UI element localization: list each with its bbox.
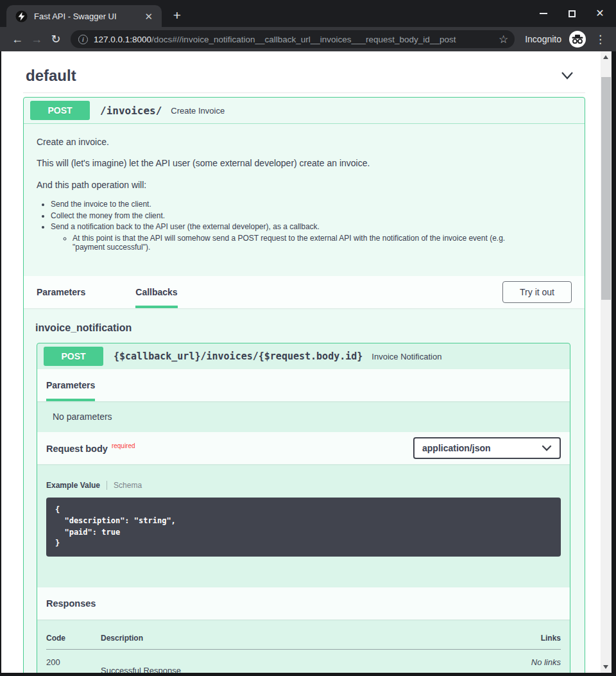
responses-title: Responses xyxy=(46,598,96,609)
tab-title: Fast API - Swagger UI xyxy=(34,12,142,21)
operation-summary: Create Invoice xyxy=(171,106,225,116)
model-example-section: Example Value Schema { "description": "s… xyxy=(37,464,570,587)
url-host: 127.0.0.1:8000 xyxy=(94,35,151,44)
callback-opblock-summary[interactable]: POST {$callback_url}/invoices/{$request.… xyxy=(37,343,570,369)
scrollbar-thumb[interactable] xyxy=(601,77,611,300)
callback-path: {$callback_url}/invoices/{$request.body.… xyxy=(114,351,363,362)
page-scrollbar[interactable] xyxy=(601,51,612,673)
opblock-summary[interactable]: POST /invoices/ Create Invoice xyxy=(24,98,585,124)
collapse-section-chevron-icon[interactable] xyxy=(560,70,575,82)
content-type-value: application/json xyxy=(422,443,491,453)
bookmark-star-icon[interactable]: ☆ xyxy=(499,33,508,46)
responses-table: Code Description Links 200 Successful Re… xyxy=(46,631,561,673)
operation-tabbar: Parameters Callbacks Try it out xyxy=(24,276,585,308)
response-description: Successful Response xyxy=(101,649,484,673)
api-section-title: default xyxy=(26,67,76,85)
url-text[interactable]: 127.0.0.1:8000/docs#//invoice_notificati… xyxy=(94,35,493,44)
browser-tab[interactable]: Fast API - Swagger UI ✕ xyxy=(6,5,162,27)
responses-header: Responses xyxy=(37,587,570,620)
callback-tabbar: Parameters xyxy=(37,369,570,401)
minimize-button[interactable] xyxy=(535,5,552,22)
browser-titlebar: Fast API - Swagger UI ✕ + ✕ xyxy=(0,0,616,27)
description-paragraph: And this path operation will: xyxy=(37,178,572,191)
bullet-item: Collect the money from the client. xyxy=(51,211,572,221)
back-button[interactable]: ← xyxy=(8,33,27,46)
incognito-icon xyxy=(569,31,586,48)
callback-name: invoice_notification xyxy=(34,322,570,334)
new-tab-button[interactable]: + xyxy=(168,6,186,24)
response-row: 200 Successful Response No links xyxy=(46,649,561,673)
request-body-header: Request bodyrequired application/json xyxy=(37,432,570,464)
tab-parameters[interactable]: Parameters xyxy=(37,276,85,308)
url-path: /docs#//invoice_notification__callback_u… xyxy=(151,35,456,44)
callbacks-section: invoice_notification POST {$callback_url… xyxy=(24,308,585,673)
select-chevron-icon xyxy=(542,445,552,451)
swagger-page: default POST /invoices/ Create Invoice C… xyxy=(1,51,601,673)
tab-separator xyxy=(107,481,107,490)
content-type-select[interactable]: application/json xyxy=(413,437,561,459)
response-code: 200 xyxy=(46,649,101,673)
browser-menu-icon[interactable]: ⋮ xyxy=(595,33,606,46)
tab-close-icon[interactable]: ✕ xyxy=(142,10,155,22)
bullet-item: Send a notification back to the API user… xyxy=(51,222,572,232)
reload-button[interactable]: ↻ xyxy=(46,32,65,46)
browser-window: { "browser": { "tab_title": "Fast API - … xyxy=(0,0,616,676)
scroll-up-arrow-icon[interactable] xyxy=(603,55,608,59)
no-parameters-text: No parameters xyxy=(37,401,570,432)
tab-callbacks[interactable]: Callbacks xyxy=(135,276,177,308)
description-sub-bullet-list: At this point is that the API will someh… xyxy=(51,234,538,252)
column-header-links: Links xyxy=(484,631,561,650)
callback-tab-parameters[interactable]: Parameters xyxy=(46,369,95,401)
operation-path: /invoices/ xyxy=(100,105,162,117)
example-json-code[interactable]: { "description": "string", "paid": true} xyxy=(46,498,561,557)
close-window-button[interactable]: ✕ xyxy=(592,5,608,22)
tab-example-value[interactable]: Example Value xyxy=(46,481,100,490)
forward-button[interactable]: → xyxy=(27,33,46,46)
column-header-description: Description xyxy=(101,631,484,650)
description-paragraph: This will (let's imagine) let the API us… xyxy=(37,157,572,169)
callback-summary: Invoice Notification xyxy=(372,352,441,361)
description-paragraph: Create an invoice. xyxy=(37,135,572,148)
fastapi-favicon-icon xyxy=(15,10,28,22)
required-label: required xyxy=(112,442,135,449)
incognito-label: Incognito xyxy=(525,34,561,44)
browser-toolbar: ← → ↻ i 127.0.0.1:8000/docs#//invoice_no… xyxy=(0,27,616,51)
responses-table-section: Code Description Links 200 Successful Re… xyxy=(37,620,570,673)
scroll-down-arrow-icon[interactable] xyxy=(603,665,608,669)
request-body-label: Request bodyrequired xyxy=(46,442,135,454)
opblock-create-invoice: POST /invoices/ Create Invoice Create an… xyxy=(23,97,585,673)
bullet-item: Send the invoice to the client. xyxy=(51,200,572,209)
window-controls: ✕ xyxy=(535,0,608,27)
method-badge: POST xyxy=(44,347,103,366)
tab-schema[interactable]: Schema xyxy=(114,481,142,490)
opblock-invoice-notification: POST {$callback_url}/invoices/{$request.… xyxy=(37,343,570,673)
maximize-button[interactable] xyxy=(563,5,580,22)
site-info-icon[interactable]: i xyxy=(78,35,88,44)
operation-description: Create an invoice. This will (let's imag… xyxy=(24,124,585,276)
try-it-out-button[interactable]: Try it out xyxy=(502,281,572,303)
url-bar[interactable]: i 127.0.0.1:8000/docs#//invoice_notifica… xyxy=(71,30,515,48)
response-links: No links xyxy=(484,649,561,673)
section-divider xyxy=(23,92,585,93)
sub-bullet-item: At this point is that the API will someh… xyxy=(73,234,538,252)
description-bullet-list: Send the invoice to the client. Collect … xyxy=(37,200,572,252)
method-badge: POST xyxy=(30,101,90,120)
column-header-code: Code xyxy=(46,631,101,650)
